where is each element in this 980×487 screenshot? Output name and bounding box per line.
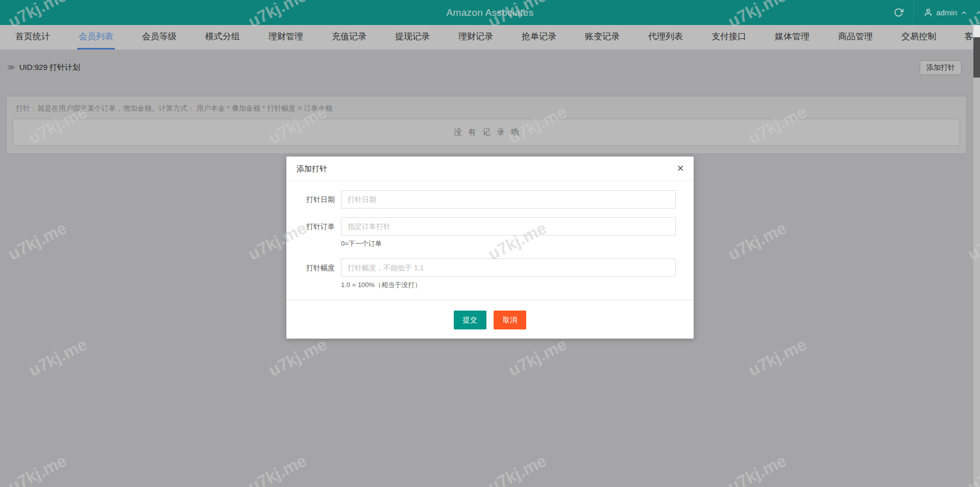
page-scrollbar-track[interactable] bbox=[973, 25, 980, 487]
injection-date-row: 打针日期 bbox=[286, 190, 676, 209]
add-injection-modal: 添加打针 ✕ 打针日期 打针订单 0=下一个订单 打针幅度 1.0 = 100%… bbox=[286, 157, 694, 339]
submit-button[interactable]: 提交 bbox=[454, 311, 486, 329]
scrollbar-cap bbox=[973, 25, 980, 37]
injection-rate-input[interactable] bbox=[341, 259, 676, 277]
modal-body: 打针日期 打针订单 0=下一个订单 打针幅度 1.0 = 100%（相当于没打） bbox=[286, 181, 694, 300]
injection-date-input[interactable] bbox=[341, 190, 676, 209]
modal-footer: 提交 取消 bbox=[286, 300, 694, 339]
close-icon[interactable]: ✕ bbox=[667, 157, 694, 181]
modal-title: 添加打针 bbox=[297, 164, 327, 173]
injection-date-label: 打针日期 bbox=[286, 190, 341, 209]
injection-order-input[interactable] bbox=[341, 217, 676, 236]
injection-order-label: 打针订单 bbox=[286, 217, 341, 248]
page-scrollbar-thumb[interactable] bbox=[973, 37, 980, 78]
injection-order-row: 打针订单 0=下一个订单 bbox=[286, 217, 676, 248]
injection-order-helper: 0=下一个订单 bbox=[341, 239, 676, 248]
injection-rate-helper: 1.0 = 100%（相当于没打） bbox=[341, 280, 676, 290]
injection-rate-row: 打针幅度 1.0 = 100%（相当于没打） bbox=[286, 259, 676, 290]
cancel-button[interactable]: 取消 bbox=[494, 311, 526, 329]
modal-header: 添加打针 ✕ bbox=[286, 157, 694, 181]
injection-rate-label: 打针幅度 bbox=[286, 259, 341, 290]
